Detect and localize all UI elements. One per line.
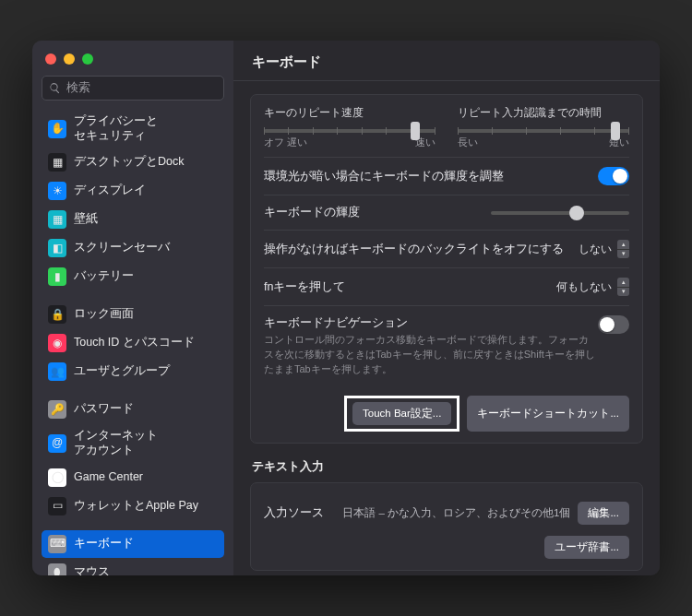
sidebar-item-icon: @ [48, 434, 66, 453]
sidebar-item[interactable]: 👥ユーザとグループ [42, 358, 224, 385]
nav-toggle[interactable] [598, 315, 629, 334]
sidebar-item-icon: ◧ [48, 239, 66, 257]
sidebar-item-icon: ▮ [48, 267, 66, 286]
close-icon[interactable] [45, 53, 56, 65]
sidebar-item-label: スクリーンセーバ [74, 241, 170, 255]
sidebar-item-icon: ☀ [48, 182, 66, 200]
sidebar-item[interactable]: ✋プライバシーと セキュリティ [42, 110, 224, 148]
delay-min-label: 長い [458, 136, 478, 149]
sidebar-item-icon: ✋ [48, 120, 66, 138]
input-source-value: 日本語 – かな入力、ロシア、およびその他1個 [342, 506, 578, 520]
backlight-off-stepper[interactable]: ▴▾ [617, 240, 629, 258]
sidebar-item-label: デスクトップとDock [74, 155, 184, 170]
sidebar-item[interactable]: ◧スクリーンセーバ [42, 234, 224, 262]
lowlight-label: 環境光が暗い場合にキーボードの輝度を調整 [264, 169, 504, 184]
sidebar-item-icon: ⌨ [48, 535, 66, 553]
touchbar-highlight: Touch Bar設定... [344, 396, 459, 432]
sidebar-item-icon: ◉ [48, 334, 66, 352]
settings-window: 検索 ✋プライバシーと セキュリティ▦デスクトップとDock☀ディスプレイ▦壁紙… [32, 41, 660, 575]
sidebar-item-label: Touch ID とパスコード [74, 336, 195, 350]
repeat-speed-label: キーのリピート速度 [264, 106, 435, 120]
sidebar-item[interactable]: ◉Touch ID とパスコード [42, 329, 224, 357]
zoom-icon[interactable] [82, 53, 93, 65]
input-source-label: 入力ソース [264, 505, 324, 521]
user-dictionary-button[interactable]: ユーザ辞書... [544, 536, 629, 559]
sidebar-item-label: ユーザとグループ [74, 364, 170, 379]
text-input-section-title: テキスト入力 [252, 458, 641, 475]
sidebar-item-icon: ▦ [48, 153, 66, 172]
repeat-min-label: オフ 遅い [264, 136, 307, 149]
text-input-group: 入力ソース 日本語 – かな入力、ロシア、およびその他1個 編集... ユーザ辞… [250, 482, 643, 571]
sidebar-item-icon: ⬮ [48, 563, 66, 576]
sidebar-item-icon: ▭ [48, 497, 66, 515]
sidebar-item[interactable]: ☀ディスプレイ [42, 177, 224, 205]
touchbar-settings-button[interactable]: Touch Bar設定... [352, 402, 451, 425]
sidebar-item[interactable]: ▭ウォレットとApple Pay [42, 492, 224, 520]
nav-desc: コントロール間のフォーカス移動をキーボードで操作します。フォーカスを次に移動する… [264, 333, 598, 377]
sidebar-item-label: インターネット アカウント [74, 429, 158, 457]
sidebar-item[interactable]: ⬮マウス [42, 559, 224, 576]
sidebar-item-label: ウォレットとApple Pay [74, 499, 198, 514]
sidebar-item-label: 壁紙 [74, 212, 98, 227]
backlight-off-value: しない [579, 242, 612, 257]
repeat-speed-slider[interactable] [264, 129, 435, 133]
nav-label: キーボードナビゲーション [264, 316, 408, 329]
search-input[interactable]: 検索 [42, 76, 224, 101]
sidebar-item-label: Game Center [74, 470, 143, 485]
sidebar-item[interactable]: ▦デスクトップとDock [42, 148, 224, 176]
brightness-label: キーボードの輝度 [264, 205, 360, 220]
sidebar-item-label: キーボード [74, 537, 134, 551]
delay-thumb[interactable] [611, 122, 620, 140]
sidebar-item[interactable]: 🔒ロック画面 [42, 301, 224, 328]
sidebar-item-icon: ▦ [48, 210, 66, 229]
sidebar-item-label: ロック画面 [74, 307, 134, 322]
repeat-speed-thumb[interactable] [411, 122, 420, 140]
search-icon [49, 82, 61, 94]
brightness-slider[interactable] [491, 211, 629, 215]
page-title: キーボード [233, 41, 660, 81]
sidebar-item[interactable]: ⌨キーボード [42, 530, 224, 558]
keyboard-shortcuts-button[interactable]: キーボードショートカット... [467, 396, 629, 432]
delay-label: リピート入力認識までの時間 [458, 106, 629, 120]
sidebar-item[interactable]: ▮バッテリー [42, 263, 224, 290]
fn-stepper[interactable]: ▴▾ [617, 278, 629, 296]
fn-value: 何もしない [556, 279, 612, 295]
sidebar-item[interactable]: @インターネット アカウント [42, 424, 224, 462]
sidebar-item[interactable]: 🔑パスワード [42, 396, 224, 423]
sidebar-item-label: ディスプレイ [74, 184, 146, 198]
sidebar-item-label: パスワード [74, 402, 134, 417]
delay-slider[interactable] [458, 129, 629, 133]
sidebar: 検索 ✋プライバシーと セキュリティ▦デスクトップとDock☀ディスプレイ▦壁紙… [32, 41, 233, 575]
keyboard-group: キーのリピート速度 オフ 遅い 速い リピート入力認識までの時間 [250, 94, 643, 444]
sidebar-item[interactable]: ▦壁紙 [42, 206, 224, 233]
sidebar-item-icon: 👥 [48, 362, 66, 381]
backlight-off-label: 操作がなければキーボードのバックライトをオフにする [264, 242, 564, 257]
fn-label: fnキーを押して [264, 279, 345, 295]
brightness-thumb[interactable] [569, 206, 584, 220]
lowlight-toggle[interactable] [598, 167, 629, 185]
sidebar-item-label: バッテリー [74, 269, 134, 284]
main-pane: キーボード キーのリピート速度 オフ 遅い 速い [233, 41, 660, 575]
window-controls [42, 50, 224, 76]
sidebar-item-label: プライバシーと セキュリティ [74, 114, 158, 143]
search-placeholder: 検索 [66, 80, 90, 96]
sidebar-item-icon: 🔒 [48, 305, 66, 324]
input-source-edit-button[interactable]: 編集... [578, 502, 629, 525]
minimize-icon[interactable] [64, 53, 75, 65]
sidebar-item[interactable]: ◯Game Center [42, 464, 224, 492]
sidebar-item-icon: 🔑 [48, 400, 66, 419]
sidebar-item-icon: ◯ [48, 468, 66, 487]
sidebar-item-label: マウス [74, 565, 110, 575]
